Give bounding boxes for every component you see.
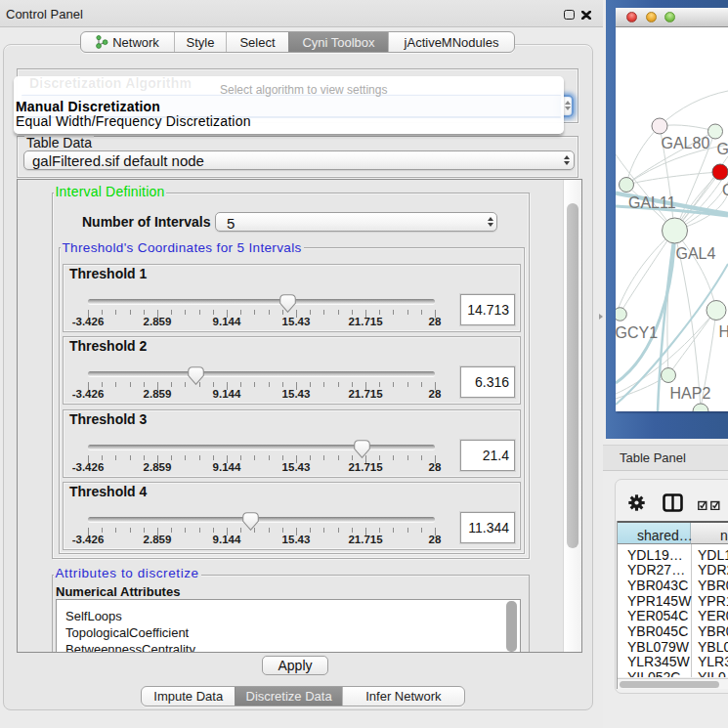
svg-text:HAP2: HAP2 [670,385,711,402]
svg-text:GAL11: GAL11 [628,194,676,211]
svg-text:GCY1: GCY1 [616,324,658,341]
svg-text:C: C [722,182,728,198]
svg-text:GAL4: GAL4 [676,245,716,262]
svg-text:H: H [719,323,728,340]
svg-text:GA: GA [717,141,728,157]
svg-text:GAL80: GAL80 [662,135,710,151]
